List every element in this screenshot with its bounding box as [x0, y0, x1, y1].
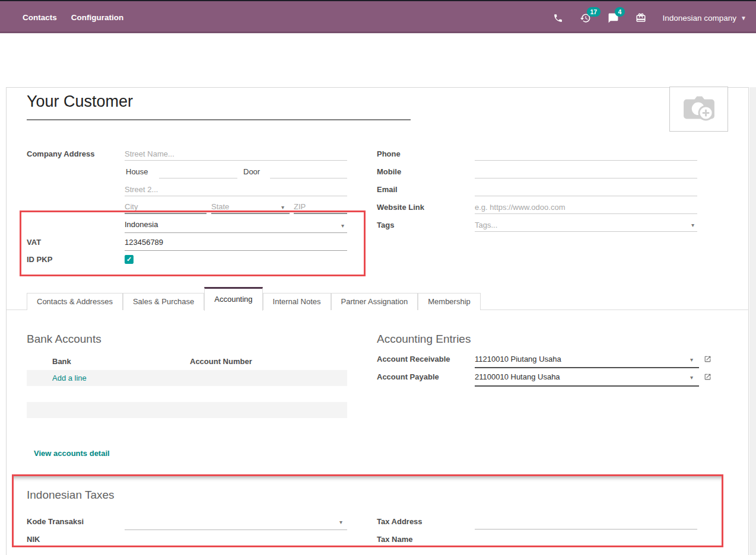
country-select-value[interactable]: Indonesia	[125, 220, 158, 229]
bank-table-header: Bank Account Number	[27, 353, 347, 370]
tab-membership[interactable]: Membership	[418, 293, 481, 310]
payable-external-link-icon[interactable]	[704, 373, 711, 382]
camera-add-icon	[678, 92, 720, 126]
bank-column-header: Bank	[52, 357, 71, 366]
vat-label: VAT	[27, 238, 41, 247]
bank-table-empty-row	[27, 386, 347, 402]
country-underline	[125, 232, 347, 233]
nik-label: NIK	[27, 535, 40, 544]
bank-table-add-line-row: Add a line	[27, 370, 347, 386]
country-caret-down-icon[interactable]: ▾	[341, 222, 344, 229]
website-input[interactable]	[475, 202, 697, 214]
state-caret-down-icon[interactable]: ▾	[281, 204, 284, 210]
website-link-label: Website Link	[377, 203, 424, 212]
tax-address-input[interactable]	[475, 517, 697, 530]
kode-transaksi-label: Kode Transaksi	[27, 517, 84, 526]
kode-transaksi-underline	[125, 530, 347, 530]
caret-down-icon: ▼	[741, 15, 747, 21]
menu-configuration[interactable]: Configuration	[71, 13, 123, 22]
title-underline	[27, 119, 411, 120]
top-navbar: Contacts Configuration 17 4 Indonesian c…	[0, 0, 756, 33]
kode-transaksi-caret-down-icon[interactable]: ▾	[339, 519, 342, 525]
chat-icon[interactable]: 4	[608, 12, 619, 24]
street-input[interactable]	[125, 148, 347, 161]
door-label: Door	[243, 167, 260, 176]
menu-contacts[interactable]: Contacts	[23, 13, 57, 22]
gift-icon[interactable]	[636, 12, 646, 23]
tab-contacts-addresses[interactable]: Contacts & Addresses	[27, 293, 123, 310]
account-payable-label: Account Payable	[377, 372, 439, 381]
message-count-badge: 4	[615, 7, 625, 17]
id-pkp-checkbox[interactable]	[125, 255, 134, 264]
add-a-line-link[interactable]: Add a line	[52, 374, 87, 382]
account-payable-value[interactable]: 21100010 Hutang Usaha	[475, 372, 560, 381]
tags-caret-down-icon[interactable]: ▾	[691, 222, 694, 228]
receivable-underline	[475, 367, 699, 368]
house-input[interactable]	[159, 166, 237, 178]
house-label: House	[126, 167, 148, 176]
contact-image-placeholder[interactable]	[669, 87, 728, 132]
indonesian-taxes-heading: Indonesian Taxes	[27, 489, 115, 502]
phone-icon[interactable]	[553, 13, 563, 23]
tab-internal-notes[interactable]: Internal Notes	[263, 293, 331, 310]
accounting-entries-heading: Accounting Entries	[377, 333, 471, 346]
id-pkp-label: ID PKP	[27, 255, 52, 264]
zip-input[interactable]	[294, 202, 347, 214]
view-accounts-detail-link[interactable]: View accounts detail	[34, 449, 110, 458]
tags-label: Tags	[377, 221, 394, 229]
payable-underline	[475, 385, 699, 387]
mobile-label: Mobile	[377, 167, 401, 176]
receivable-caret-down-icon[interactable]: ▾	[690, 356, 693, 363]
tags-input[interactable]	[475, 219, 697, 232]
account-receivable-value[interactable]: 11210010 Piutang Usaha	[475, 355, 561, 363]
phone-input[interactable]	[475, 148, 697, 161]
tab-accounting[interactable]: Accounting	[204, 287, 262, 311]
activity-clock-icon[interactable]: 17	[580, 12, 591, 24]
tax-address-label: Tax Address	[377, 517, 423, 526]
city-input[interactable]	[125, 202, 207, 214]
company-address-label: Company Address	[27, 149, 94, 158]
vat-underline	[125, 250, 347, 251]
payable-caret-down-icon[interactable]: ▾	[690, 374, 693, 381]
notebook-tabs: Contacts & Addresses Sales & Purchase Ac…	[27, 287, 481, 311]
tab-sales-purchase[interactable]: Sales & Purchase	[123, 293, 204, 310]
company-switcher[interactable]: Indonesian company ▼	[663, 14, 747, 23]
phone-label: Phone	[377, 149, 401, 158]
page-background-strip	[749, 87, 756, 555]
street2-input[interactable]	[125, 184, 347, 196]
door-input[interactable]	[270, 166, 347, 178]
email-label: Email	[377, 185, 398, 194]
receivable-external-link-icon[interactable]	[704, 355, 711, 365]
tax-name-label: Tax Name	[377, 535, 412, 544]
navbar-systray: 17 4 Indonesian company ▼	[553, 1, 747, 34]
navbar-menus: Contacts Configuration	[23, 13, 123, 22]
bank-table-empty-row	[27, 402, 347, 418]
page-title: Your Customer	[27, 92, 133, 111]
email-input[interactable]	[475, 184, 697, 196]
company-name: Indonesian company	[663, 14, 737, 23]
account-number-column-header: Account Number	[190, 357, 252, 366]
vat-value[interactable]: 123456789	[125, 238, 163, 247]
activity-count-badge: 17	[587, 7, 601, 17]
mobile-input[interactable]	[475, 166, 697, 178]
bank-accounts-heading: Bank Accounts	[27, 333, 101, 346]
account-receivable-label: Account Receivable	[377, 355, 450, 363]
tab-partner-assignation[interactable]: Partner Assignation	[331, 293, 418, 310]
state-select[interactable]	[211, 202, 290, 214]
